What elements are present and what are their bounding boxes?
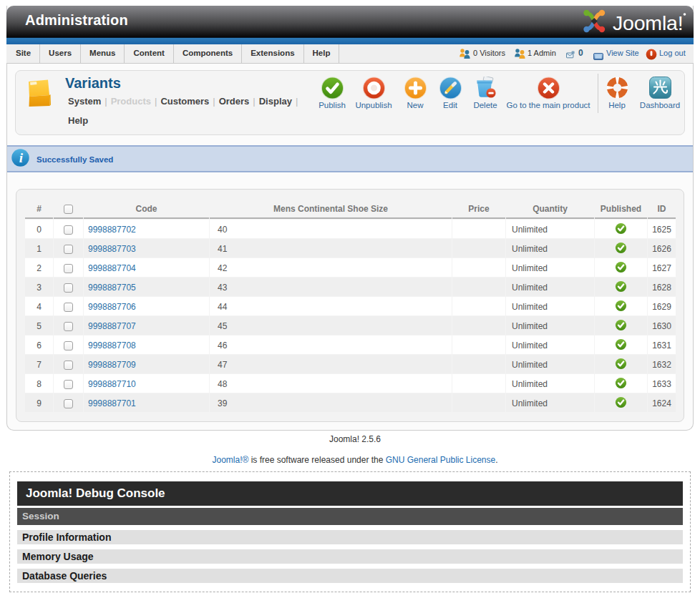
svg-text:Joomla!: Joomla!	[613, 11, 683, 34]
svg-text:i: i	[19, 150, 24, 165]
